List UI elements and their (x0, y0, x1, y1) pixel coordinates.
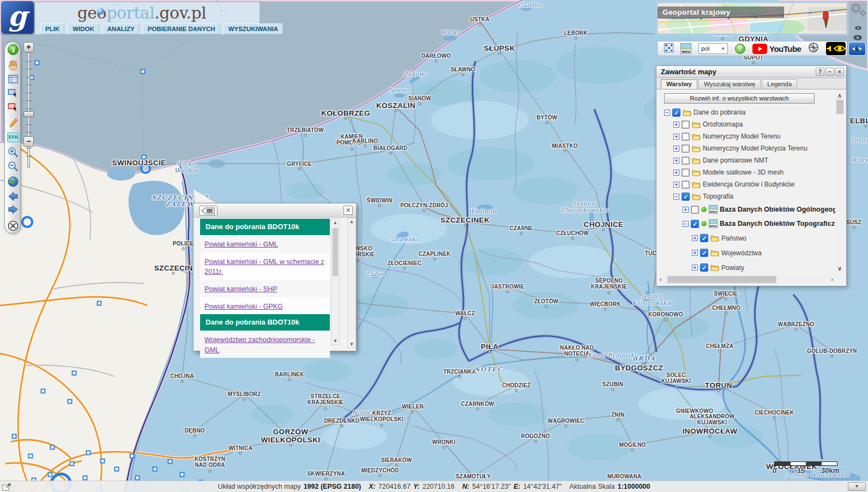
select-by-rectangle-tool[interactable] (7, 87, 19, 99)
download-link-powiat-kamieński-shp[interactable]: Powiat kamieński - SHP (204, 285, 277, 293)
tree-expander-icon[interactable]: + (692, 265, 698, 271)
layer-row-topografia[interactable]: −✓Topografia (658, 190, 835, 202)
accessibility-wheel-icon[interactable] (808, 42, 819, 55)
layer-row-państwo[interactable]: +✓Państwo (658, 231, 835, 245)
contrast-arrow-icon (826, 45, 834, 52)
layer-row-baza-danych-obiektów-topograficzn[interactable]: −✓wmsBaza Danych Obiektów Topograficzn (658, 217, 835, 231)
layer-label: Topografia (703, 193, 733, 200)
tree-expander-icon[interactable]: + (673, 170, 679, 176)
panel-vertical-scrollbar[interactable]: ∧ ∨ (835, 91, 845, 273)
layer-checkbox[interactable] (682, 169, 690, 177)
statusbar-collapse-button[interactable]: ▼ (848, 482, 866, 491)
menu-pobieranie-danych[interactable]: POBIERANIE DANYCH (143, 23, 220, 34)
tree-expander-icon[interactable]: + (673, 182, 679, 188)
download-popup: ✕ Dane do pobrania BDOT10kPowiat kamieńs… (193, 203, 357, 351)
layer-checkbox[interactable]: ✓ (700, 263, 708, 272)
overview-map[interactable]: Geoportal krajowy (657, 2, 847, 34)
layer-row-dane-do-pobrania[interactable]: −✓Dane do pobrania (658, 106, 835, 118)
zoom-slider-track[interactable] (27, 52, 30, 168)
next-view-tool[interactable] (7, 203, 19, 215)
layer-checkbox[interactable]: ✓ (691, 220, 699, 228)
layer-row-ewidencja-gruntów-i-budynków[interactable]: +Ewidencja Gruntów i Budynków (658, 178, 835, 190)
attribute-table-tool[interactable] (7, 73, 19, 85)
tree-expander-icon[interactable]: + (673, 158, 679, 164)
zoom-out-tool[interactable] (7, 160, 19, 172)
deselect-by-rectangle-tool[interactable] (7, 101, 19, 113)
add-wms-icon[interactable]: wms (680, 43, 691, 54)
draw-pencil-tool[interactable] (7, 117, 19, 129)
panel-help-button[interactable]: ? (816, 68, 824, 76)
identify-info-tool[interactable]: i (7, 44, 19, 56)
layer-row-powiaty[interactable]: +✓Powiaty (658, 260, 835, 275)
menu-wyszukiwania[interactable]: WYSZUKIWANIA (224, 23, 283, 34)
zoom-tick (26, 156, 32, 157)
tree-expander-icon[interactable]: + (692, 235, 698, 241)
language-select[interactable]: pol ▼ (698, 43, 728, 54)
download-link-powiat-kamieński-gml-w-schemacie-z-2011r[interactable]: Powiat kamieński - GML w schemacie z 201… (204, 258, 324, 276)
menu-plik[interactable]: PLIK (40, 23, 64, 34)
panel-minimize-button[interactable]: − (825, 68, 834, 76)
menu-analizy[interactable]: ANALIZY (103, 23, 140, 34)
previous-view-tool[interactable] (7, 190, 19, 202)
layer-row-województwa[interactable]: +✓Województwa (658, 245, 835, 260)
expand-all-layers-button[interactable]: Rozwiń inf. o wszystkich warstwach (664, 93, 815, 104)
site-title-part: portal (106, 3, 154, 22)
layer-row-dane-pomiarowe-nmt[interactable]: +Dane pomiarowe NMT (658, 154, 835, 166)
download-link-województwo-zachodniopomorskie-gml[interactable]: Województwo zachodniopomorskie - GML (204, 336, 315, 354)
tree-expander-icon[interactable]: − (664, 110, 670, 116)
pan-hand-tool[interactable] (7, 59, 19, 71)
tree-expander-icon[interactable]: − (683, 221, 689, 227)
menu-widok[interactable]: WIDOK (68, 23, 99, 34)
layer-row-ortofotomapa[interactable]: +Ortofotomapa (658, 118, 835, 130)
layer-row-modele-siatkowe-3d-mesh[interactable]: +Modele siatkowe - 3D mesh (658, 166, 835, 178)
zoom-slider-plus[interactable]: + (23, 42, 34, 52)
panel-titlebar[interactable]: Zawartość mapy ?−× (656, 66, 846, 78)
layer-checkbox[interactable] (691, 206, 699, 214)
zoom-in-tool[interactable] (7, 146, 19, 158)
panel-horizontal-scrollbar[interactable]: ‹ › (659, 275, 834, 284)
popup-close-button[interactable]: ✕ (343, 206, 353, 215)
help-button[interactable]: ? (735, 44, 745, 54)
full-extent-globe-tool[interactable] (7, 176, 19, 188)
tree-expander-icon[interactable]: + (673, 134, 679, 140)
youtube-button[interactable]: YouTube (752, 44, 801, 54)
zoom-slider-handle[interactable] (23, 111, 34, 117)
tree-expander-icon[interactable]: + (673, 122, 679, 128)
zoom-slider-minus[interactable]: − (23, 136, 34, 147)
layer-checkbox[interactable] (682, 121, 690, 129)
high-contrast-toggle[interactable] (826, 42, 846, 55)
layer-checkbox[interactable] (682, 133, 690, 141)
layer-checkbox[interactable]: ✓ (700, 234, 708, 242)
map-compositions-icon[interactable] (664, 43, 673, 55)
youtube-label: YouTube (769, 44, 801, 53)
extent-tool-icon[interactable] (2, 483, 11, 492)
download-link-powiat-kamieński-gml[interactable]: Powiat kamieński - GML (204, 241, 278, 248)
panel-close-button[interactable]: × (835, 68, 844, 76)
layer-checkbox[interactable]: ✓ (682, 193, 690, 201)
layer-checkbox[interactable]: ✓ (700, 249, 708, 257)
tab-legenda[interactable]: Legenda (762, 79, 797, 89)
layer-checkbox[interactable] (682, 145, 690, 153)
tree-expander-icon[interactable]: − (673, 194, 679, 200)
layer-row-numeryczny-model-terenu[interactable]: +Numeryczny Model Terenu (658, 130, 835, 142)
layer-row-numeryczny-model-pokrycia-terenu[interactable]: +Numeryczny Model Pokrycia Terenu (658, 142, 835, 154)
tree-expander-icon[interactable]: + (692, 250, 698, 256)
popup-outer-scrollbar[interactable]: ▲ ▼ (347, 218, 356, 349)
coordinates-xyh-tool[interactable]: XYH (7, 133, 19, 145)
layer-checkbox[interactable] (682, 157, 690, 165)
tree-expander-icon[interactable]: + (673, 146, 679, 152)
popup-back-to-list-button[interactable] (199, 206, 218, 215)
geoportal-logo[interactable]: g (1, 1, 34, 34)
download-link-powiat-kamieński-gpkg[interactable]: Powiat kamieński - GPKG (204, 303, 283, 310)
layer-checkbox[interactable]: ✓ (672, 109, 680, 117)
layer-row-baza-danych-obiektów-ogólnogeogr[interactable]: +wmsBaza Danych Obiektów Ogólnogeogr (658, 202, 835, 217)
visually-impaired-version-button[interactable] (848, 42, 866, 58)
tab-warstwy[interactable]: Warstwy (661, 79, 697, 89)
font-size-small-eye-button[interactable] (854, 23, 862, 33)
layer-checkbox[interactable] (682, 181, 690, 189)
tree-expander-icon[interactable]: + (683, 207, 689, 213)
popup-inner-scrollbar[interactable]: ▲ ▼ (331, 219, 340, 345)
tab-wyszukaj-warstwę[interactable]: Wyszukaj warstwę (698, 79, 761, 89)
clear-map-tool[interactable] (7, 220, 19, 232)
settings-gears-button[interactable] (848, 2, 867, 19)
